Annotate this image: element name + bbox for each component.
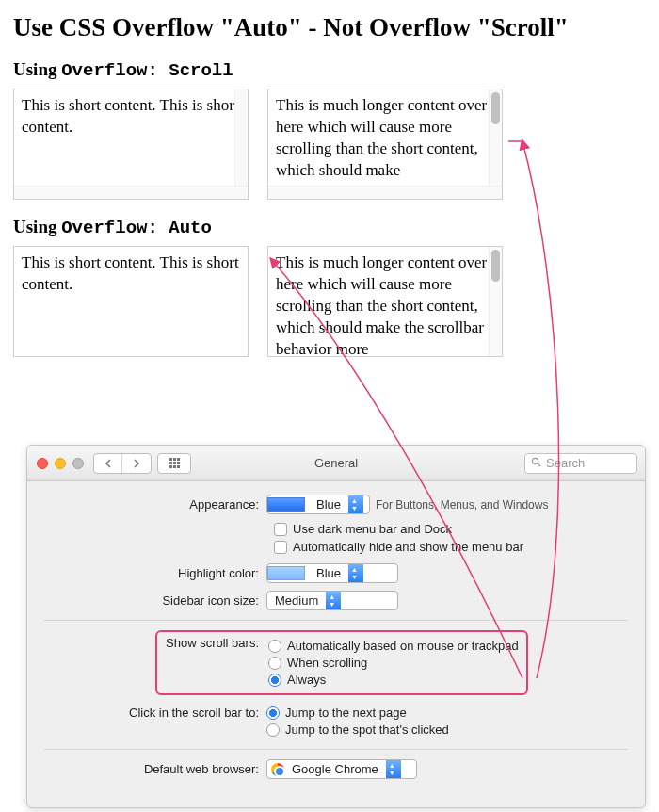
back-button[interactable]: [94, 454, 122, 473]
prefs-body: Appearance: Blue ▲▼ For Buttons, Menus, …: [27, 481, 645, 796]
titlebar: General Search: [27, 446, 645, 481]
divider: [44, 620, 628, 621]
scrollbar-horizontal-inactive[interactable]: [14, 186, 248, 199]
window-controls: [37, 458, 84, 469]
label-sidebar: Sidebar icon size:: [44, 593, 266, 608]
stepper-icon: ▲▼: [326, 592, 341, 609]
radio-row-whenscrolling: When scrolling: [268, 656, 519, 670]
demo-row-scroll: This is short content. This is short con…: [13, 89, 646, 200]
short-line1: This is short content.: [22, 96, 156, 114]
row-dark-menu: Use dark menu bar and Dock: [274, 522, 628, 536]
zoom-icon[interactable]: [72, 458, 84, 469]
scrollbar-thumb[interactable]: [491, 92, 500, 124]
chevron-right-icon: [133, 459, 140, 468]
scrollbar-vertical-active[interactable]: [489, 89, 502, 186]
highlight-value: Blue: [309, 566, 348, 580]
demo-box-scroll-short: This is short content. This is short con…: [13, 89, 249, 200]
radio-next-page[interactable]: [266, 706, 280, 720]
radio-always[interactable]: [268, 674, 281, 687]
section-mono: Overflow: Scroll: [61, 60, 233, 81]
demo-box-auto-short: This is short content. This is short con…: [13, 246, 249, 357]
label-click-sb: Click in the scroll bar to:: [44, 703, 266, 720]
row-sidebar: Sidebar icon size: Medium ▲▼: [44, 591, 628, 610]
checkbox-dark-menu[interactable]: [274, 523, 287, 536]
label-radio-spot: Jump to the spot that's clicked: [285, 723, 449, 737]
label-browser: Default web browser:: [44, 762, 266, 776]
demo-box-auto-long: This is much longer content over here wh…: [267, 246, 503, 357]
section-prefix: Using: [13, 59, 61, 79]
section-overflow-scroll: Using Overflow: Scroll: [13, 59, 646, 81]
row-click-sb: Click in the scroll bar to: Jump to the …: [44, 703, 628, 739]
browser-value: Google Chrome: [284, 762, 386, 776]
scrollbar-vertical-inactive[interactable]: [234, 89, 248, 186]
search-placeholder: Search: [546, 456, 585, 470]
swatch-blue-icon: [267, 497, 305, 512]
section-overflow-auto: Using Overflow: Auto: [13, 217, 646, 238]
scrollbar-thumb[interactable]: [491, 250, 500, 282]
close-icon[interactable]: [37, 458, 48, 469]
scrollbar-horizontal-inactive[interactable]: [268, 186, 502, 199]
section-mono: Overflow: Auto: [61, 218, 212, 238]
page-title: Use CSS Overflow "Auto" - Not Overflow "…: [13, 13, 646, 42]
label-highlight: Highlight color:: [44, 566, 266, 580]
appearance-select[interactable]: Blue ▲▼: [266, 495, 370, 514]
radio-when-scrolling[interactable]: [268, 657, 281, 670]
row-appearance: Appearance: Blue ▲▼ For Buttons, Menus, …: [44, 495, 628, 514]
section-prefix: Using: [13, 217, 61, 236]
svg-line-1: [538, 463, 540, 466]
forward-button[interactable]: [122, 454, 151, 473]
short-line1: This is short content.: [22, 253, 156, 271]
grid-icon: [169, 458, 180, 468]
label-radio-next: Jump to the next page: [285, 706, 407, 720]
radio-row-spot: Jump to the spot that's clicked: [266, 723, 628, 737]
label-radio-auto: Automatically based on mouse or trackpad: [287, 639, 519, 653]
sidebar-select[interactable]: Medium ▲▼: [266, 591, 398, 610]
row-highlight: Highlight color: Blue ▲▼: [44, 563, 628, 583]
sidebar-value: Medium: [267, 593, 326, 608]
swatch-highlight-icon: [267, 566, 305, 580]
appearance-value: Blue: [309, 497, 348, 512]
svg-point-0: [532, 458, 538, 463]
radio-row-always: Always: [268, 673, 519, 687]
stepper-icon: ▲▼: [348, 564, 363, 582]
radio-row-nextpage: Jump to the next page: [266, 706, 628, 720]
prefs-window-general: General Search Appearance: Blue ▲▼ For B…: [26, 445, 646, 808]
appearance-help: For Buttons, Menus, and Windows: [376, 498, 548, 512]
row-browser: Default web browser: Google Chrome ▲▼: [44, 759, 628, 779]
label-dark-menu: Use dark menu bar and Dock: [293, 522, 452, 536]
search-input[interactable]: Search: [524, 453, 637, 474]
highlight-select[interactable]: Blue ▲▼: [266, 563, 398, 583]
label-auto-hide: Automatically hide and show the menu bar: [293, 540, 523, 554]
radio-spot[interactable]: [266, 723, 280, 737]
label-radio-when: When scrolling: [287, 656, 367, 670]
long-content: This is much longer content over here wh…: [276, 96, 487, 179]
browser-select[interactable]: Google Chrome ▲▼: [266, 759, 417, 779]
radio-auto[interactable]: [268, 640, 281, 653]
long-content: This is much longer content over here wh…: [276, 253, 487, 358]
chevron-left-icon: [104, 459, 112, 468]
back-forward-segment: [93, 453, 152, 474]
row-auto-hide: Automatically hide and show the menu bar: [274, 540, 628, 554]
search-icon: [531, 457, 541, 469]
row-scrollbars: Show scroll bars: Automatically based on…: [44, 630, 628, 695]
highlight-callout: Automatically based on mouse or trackpad…: [155, 630, 528, 695]
scrollbar-vertical-active[interactable]: [489, 247, 502, 356]
radio-row-auto: Automatically based on mouse or trackpad: [268, 639, 519, 653]
minimize-icon[interactable]: [55, 458, 66, 469]
label-appearance: Appearance:: [44, 497, 266, 512]
show-all-button[interactable]: [157, 453, 191, 474]
stepper-icon: ▲▼: [386, 760, 401, 778]
chrome-icon: [271, 763, 284, 776]
label-radio-always: Always: [287, 673, 326, 687]
demo-box-scroll-long: This is much longer content over here wh…: [267, 89, 503, 200]
divider: [44, 749, 628, 750]
demo-row-auto: This is short content. This is short con…: [13, 246, 646, 357]
stepper-icon: ▲▼: [348, 495, 363, 513]
checkbox-auto-hide[interactable]: [274, 541, 287, 554]
